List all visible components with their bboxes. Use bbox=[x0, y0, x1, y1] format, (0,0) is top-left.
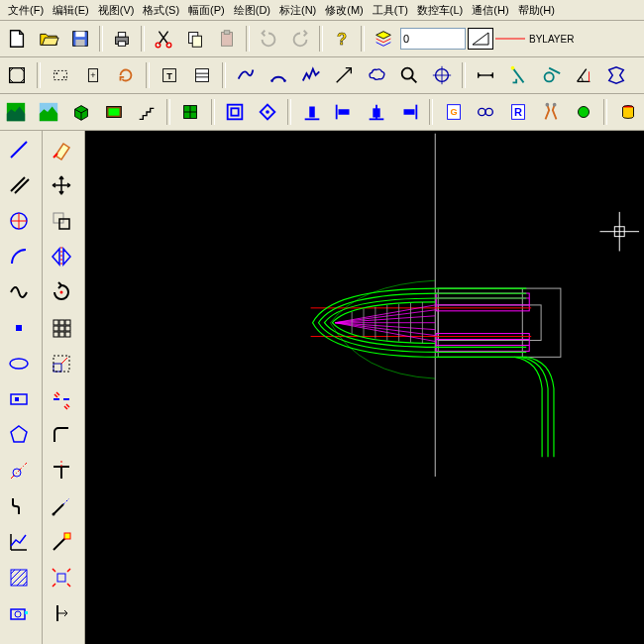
svg-line-128 bbox=[335, 323, 435, 330]
align-center-button[interactable] bbox=[363, 97, 391, 127]
r-button[interactable]: R bbox=[504, 97, 533, 127]
new-button[interactable] bbox=[2, 24, 32, 54]
align-right-button[interactable] bbox=[395, 97, 424, 127]
cloud-button[interactable] bbox=[362, 60, 391, 90]
menu-area[interactable]: 幅面(P) bbox=[184, 2, 229, 19]
parallel-tool[interactable] bbox=[2, 168, 36, 202]
perp-button[interactable] bbox=[503, 60, 533, 90]
menu-format[interactable]: 格式(S) bbox=[139, 2, 183, 19]
print-button[interactable] bbox=[107, 24, 137, 54]
grid-button[interactable] bbox=[176, 97, 205, 127]
help-button[interactable]: ? bbox=[327, 24, 357, 54]
menu-modify[interactable]: 修改(M) bbox=[321, 2, 368, 19]
wave-tool[interactable] bbox=[2, 489, 36, 523]
panel-button[interactable] bbox=[99, 97, 128, 127]
svg-rect-44 bbox=[228, 105, 243, 120]
explode-tool[interactable] bbox=[45, 561, 78, 594]
text-tool-button[interactable]: T bbox=[155, 60, 184, 90]
menu-annotate[interactable]: 标注(N) bbox=[275, 2, 320, 19]
menu-draw[interactable]: 绘图(D) bbox=[230, 2, 274, 19]
glasses-button[interactable] bbox=[472, 97, 500, 127]
break-tool[interactable] bbox=[45, 382, 78, 416]
zigzag-button[interactable] bbox=[296, 60, 326, 90]
linetype-combo[interactable]: BYLAYER bbox=[495, 34, 585, 45]
svg-rect-93 bbox=[54, 332, 58, 337]
can-button[interactable] bbox=[613, 97, 642, 127]
zoom-window-button[interactable] bbox=[46, 60, 75, 90]
layers-button[interactable] bbox=[369, 24, 398, 54]
capsule-button[interactable] bbox=[569, 97, 597, 127]
arc-tool-button[interactable] bbox=[264, 60, 293, 90]
extend-tool[interactable] bbox=[45, 489, 78, 523]
move-tool[interactable] bbox=[45, 168, 78, 202]
color-picker[interactable] bbox=[468, 28, 493, 50]
copy-button[interactable] bbox=[180, 24, 210, 54]
region-button[interactable] bbox=[601, 60, 631, 90]
report-button[interactable]: G bbox=[439, 97, 468, 127]
menu-cnc[interactable]: 数控车(L) bbox=[413, 2, 467, 19]
terrain1-button[interactable] bbox=[2, 97, 31, 127]
svg-rect-1 bbox=[75, 32, 84, 38]
dim-horizontal-button[interactable] bbox=[471, 60, 500, 90]
cut-button[interactable] bbox=[149, 24, 178, 54]
menu-file[interactable]: 文件(F) bbox=[4, 2, 48, 19]
zoom-in-button[interactable]: + bbox=[78, 60, 108, 90]
layer-combo[interactable]: 0 bbox=[400, 28, 466, 50]
refresh-view-button[interactable] bbox=[111, 60, 141, 90]
erase-tool[interactable] bbox=[45, 133, 78, 166]
zoom-button[interactable] bbox=[394, 60, 424, 90]
circle-tool[interactable] bbox=[2, 204, 36, 238]
trim-tool[interactable] bbox=[45, 454, 78, 487]
angle-button[interactable] bbox=[569, 60, 598, 90]
redo-button[interactable] bbox=[285, 24, 315, 54]
menu-comm[interactable]: 通信(H) bbox=[468, 2, 512, 19]
spline-button[interactable] bbox=[231, 60, 261, 90]
rectangle-tool[interactable] bbox=[2, 382, 36, 416]
menu-help[interactable]: 帮助(H) bbox=[514, 2, 559, 19]
line-tool[interactable] bbox=[2, 133, 36, 166]
chart-tool[interactable] bbox=[2, 525, 36, 559]
align-bottom-button[interactable] bbox=[297, 97, 326, 127]
undo-button[interactable] bbox=[254, 24, 283, 54]
zoom-extents-button[interactable] bbox=[2, 60, 32, 90]
copy-tool[interactable] bbox=[45, 204, 78, 238]
array-tool[interactable] bbox=[45, 311, 78, 345]
ellipse-tool[interactable] bbox=[2, 347, 36, 380]
tools-button[interactable] bbox=[537, 97, 566, 127]
svg-rect-14 bbox=[10, 68, 25, 83]
stretch-tool[interactable] bbox=[45, 525, 78, 559]
camera-tool[interactable] bbox=[2, 596, 36, 630]
properties-button[interactable] bbox=[187, 60, 217, 90]
centerline-tool[interactable] bbox=[2, 454, 36, 487]
arc-tool[interactable] bbox=[2, 240, 36, 273]
save-button[interactable] bbox=[65, 24, 95, 54]
hatch-tool[interactable] bbox=[2, 561, 36, 594]
offset-tool[interactable] bbox=[45, 596, 78, 630]
svg-point-81 bbox=[15, 611, 21, 617]
terrain2-button[interactable] bbox=[35, 97, 63, 127]
menu-edit[interactable]: 编辑(E) bbox=[49, 2, 93, 19]
point-tool[interactable] bbox=[2, 311, 36, 345]
polygon-tool[interactable] bbox=[2, 418, 36, 452]
svg-rect-92 bbox=[65, 326, 70, 331]
scale-tool[interactable] bbox=[45, 347, 78, 380]
tangent-button[interactable] bbox=[536, 60, 566, 90]
rotate-tool[interactable] bbox=[45, 275, 78, 309]
curve-tool[interactable] bbox=[2, 275, 36, 309]
drawing-canvas[interactable] bbox=[85, 131, 644, 644]
align-left-button[interactable] bbox=[330, 97, 359, 127]
mirror-tool[interactable] bbox=[45, 240, 78, 273]
svg-text:T: T bbox=[166, 71, 172, 81]
fillet-tool[interactable] bbox=[45, 418, 78, 452]
menu-view[interactable]: 视图(V) bbox=[94, 2, 139, 19]
target-button[interactable] bbox=[221, 97, 250, 127]
crosshair-button[interactable] bbox=[427, 60, 457, 90]
block-button[interactable] bbox=[67, 97, 96, 127]
arrow-button[interactable] bbox=[329, 60, 359, 90]
paste-button[interactable] bbox=[212, 24, 242, 54]
menu-tools[interactable]: 工具(T) bbox=[369, 2, 412, 19]
open-button[interactable] bbox=[34, 24, 63, 54]
diamond-button[interactable] bbox=[253, 97, 281, 127]
stairs-button[interactable] bbox=[132, 97, 161, 127]
svg-point-74 bbox=[10, 359, 28, 369]
